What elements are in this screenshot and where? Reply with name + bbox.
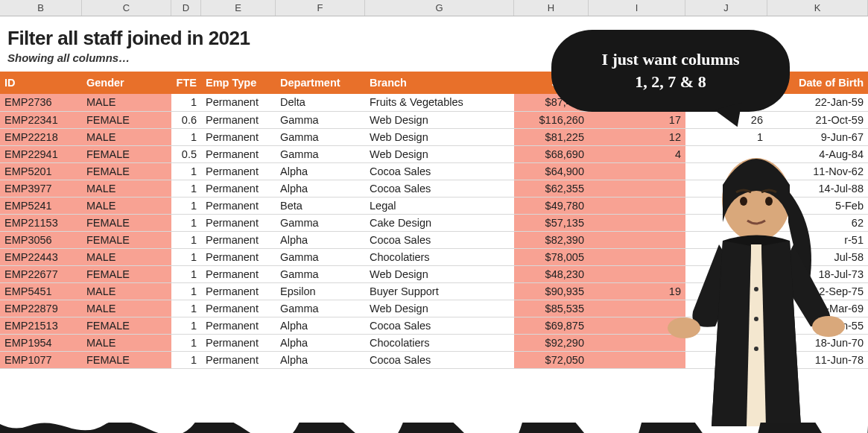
- table-cell[interactable]: Permanent: [201, 111, 276, 128]
- table-cell[interactable]: Permanent: [201, 231, 276, 248]
- table-cell[interactable]: EMP3977: [0, 180, 82, 197]
- column-letter[interactable]: D: [171, 0, 201, 16]
- table-header-cell[interactable]: Branch: [365, 72, 514, 94]
- table-cell[interactable]: Beta: [276, 197, 365, 214]
- table-cell[interactable]: Fruits & Vegetables: [365, 94, 514, 111]
- table-cell[interactable]: Permanent: [201, 145, 276, 162]
- table-cell[interactable]: Permanent: [201, 197, 276, 214]
- table-cell[interactable]: MALE: [82, 248, 171, 265]
- table-cell[interactable]: 1: [171, 214, 201, 231]
- table-cell[interactable]: Permanent: [201, 162, 276, 180]
- table-cell[interactable]: 1: [171, 197, 201, 214]
- table-cell[interactable]: $69,875: [514, 317, 589, 334]
- table-cell[interactable]: EMP21153: [0, 214, 82, 231]
- table-cell[interactable]: 1: [171, 351, 201, 368]
- table-cell[interactable]: Alpha: [276, 351, 365, 368]
- table-cell[interactable]: 17: [589, 111, 685, 128]
- table-cell[interactable]: $72,050: [514, 351, 589, 368]
- table-cell[interactable]: Gamma: [276, 128, 365, 145]
- table-cell[interactable]: $48,230: [514, 265, 589, 282]
- table-header-cell[interactable]: Department: [276, 72, 365, 94]
- table-cell[interactable]: $78,005: [514, 248, 589, 265]
- table-cell[interactable]: Gamma: [276, 145, 365, 162]
- table-cell[interactable]: 1: [171, 248, 201, 265]
- table-cell[interactable]: EMP22218: [0, 128, 82, 145]
- table-cell[interactable]: Web Design: [365, 111, 514, 128]
- table-cell[interactable]: Gamma: [276, 248, 365, 265]
- table-cell[interactable]: Gamma: [276, 111, 365, 128]
- table-cell[interactable]: Permanent: [201, 334, 276, 351]
- table-cell[interactable]: 1: [171, 162, 201, 180]
- table-cell[interactable]: Cocoa Sales: [365, 231, 514, 248]
- table-cell[interactable]: Permanent: [201, 282, 276, 300]
- table-cell[interactable]: $62,355: [514, 180, 589, 197]
- table-cell[interactable]: Alpha: [276, 334, 365, 351]
- table-cell[interactable]: Delta: [276, 94, 365, 111]
- table-cell[interactable]: Gamma: [276, 265, 365, 282]
- table-cell[interactable]: Alpha: [276, 231, 365, 248]
- table-cell[interactable]: Chocolatiers: [365, 334, 514, 351]
- column-letter[interactable]: H: [514, 0, 589, 16]
- table-cell[interactable]: Permanent: [201, 265, 276, 282]
- table-cell[interactable]: 1: [171, 317, 201, 334]
- table-cell[interactable]: Permanent: [201, 351, 276, 368]
- table-cell[interactable]: $57,135: [514, 214, 589, 231]
- table-cell[interactable]: EMP1077: [0, 351, 82, 368]
- table-cell[interactable]: MALE: [82, 180, 171, 197]
- table-header-cell[interactable]: ID: [0, 72, 82, 94]
- table-cell[interactable]: Buyer Support: [365, 282, 514, 300]
- table-header-cell[interactable]: Gender: [82, 72, 171, 94]
- table-cell[interactable]: EMP3056: [0, 231, 82, 248]
- table-cell[interactable]: Permanent: [201, 180, 276, 197]
- table-cell[interactable]: Cocoa Sales: [365, 162, 514, 180]
- table-cell[interactable]: Cake Design: [365, 214, 514, 231]
- column-letter[interactable]: G: [365, 0, 514, 16]
- table-cell[interactable]: 1: [171, 180, 201, 197]
- table-cell[interactable]: EMP5451: [0, 282, 82, 300]
- table-cell[interactable]: FEMALE: [82, 111, 171, 128]
- table-cell[interactable]: 0.5: [171, 145, 201, 162]
- table-cell[interactable]: Chocolatiers: [365, 248, 514, 265]
- column-letter[interactable]: C: [82, 0, 171, 16]
- table-cell[interactable]: EMP22879: [0, 300, 82, 317]
- table-cell[interactable]: 1: [171, 282, 201, 300]
- table-cell[interactable]: Gamma: [276, 300, 365, 317]
- table-cell[interactable]: FEMALE: [82, 162, 171, 180]
- table-cell[interactable]: MALE: [82, 197, 171, 214]
- table-cell[interactable]: $81,225: [514, 128, 589, 145]
- table-cell[interactable]: $116,260: [514, 111, 589, 128]
- table-cell[interactable]: FEMALE: [82, 351, 171, 368]
- table-cell[interactable]: 1: [171, 265, 201, 282]
- table-cell[interactable]: 1: [171, 128, 201, 145]
- column-letter[interactable]: I: [589, 0, 685, 16]
- column-letter[interactable]: E: [201, 0, 276, 16]
- column-letter[interactable]: K: [767, 0, 868, 16]
- table-cell[interactable]: Permanent: [201, 128, 276, 145]
- table-cell[interactable]: FEMALE: [82, 231, 171, 248]
- table-cell[interactable]: EMP22443: [0, 248, 82, 265]
- table-cell[interactable]: MALE: [82, 282, 171, 300]
- table-cell[interactable]: 1: [171, 231, 201, 248]
- table-cell[interactable]: Alpha: [276, 317, 365, 334]
- table-cell[interactable]: 1: [171, 300, 201, 317]
- table-cell[interactable]: Permanent: [201, 94, 276, 111]
- table-cell[interactable]: FEMALE: [82, 145, 171, 162]
- table-cell[interactable]: Web Design: [365, 145, 514, 162]
- table-cell[interactable]: $64,900: [514, 162, 589, 180]
- table-cell[interactable]: EMP21513: [0, 317, 82, 334]
- table-cell[interactable]: Web Design: [365, 265, 514, 282]
- table-cell[interactable]: $49,780: [514, 197, 589, 214]
- table-cell[interactable]: 0.6: [171, 111, 201, 128]
- table-cell[interactable]: 1: [171, 334, 201, 351]
- table-cell[interactable]: EMP22341: [0, 111, 82, 128]
- table-cell[interactable]: Alpha: [276, 162, 365, 180]
- table-cell[interactable]: Cocoa Sales: [365, 317, 514, 334]
- column-letter[interactable]: B: [0, 0, 82, 16]
- table-cell[interactable]: MALE: [82, 334, 171, 351]
- table-cell[interactable]: EMP5241: [0, 197, 82, 214]
- table-cell[interactable]: Legal: [365, 197, 514, 214]
- table-cell[interactable]: FEMALE: [82, 265, 171, 282]
- table-cell[interactable]: Alpha: [276, 180, 365, 197]
- table-cell[interactable]: MALE: [82, 300, 171, 317]
- column-letter[interactable]: F: [276, 0, 365, 16]
